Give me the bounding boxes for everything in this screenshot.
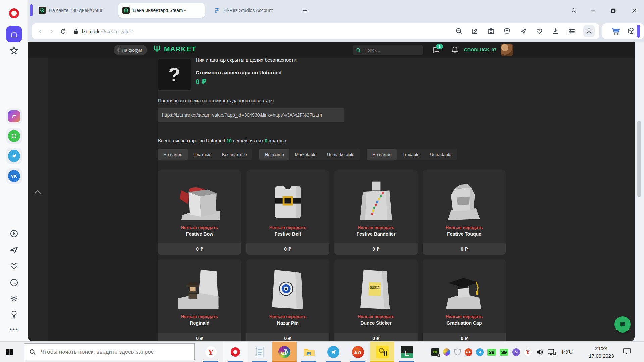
l-green-app-taskbar-icon[interactable]: L bbox=[394, 342, 419, 362]
scrollbar-thumb[interactable] bbox=[637, 121, 641, 197]
close-window-button[interactable] bbox=[630, 6, 639, 15]
my-flow-plane-icon[interactable] bbox=[9, 245, 19, 255]
back-icon[interactable]: ‹ bbox=[35, 27, 46, 36]
taskbar-search-input[interactable] bbox=[40, 348, 182, 356]
filter-untradable[interactable]: Untradable bbox=[425, 149, 457, 160]
windows-logo-icon bbox=[5, 348, 13, 356]
item-card-reginald[interactable]: Нельзя передать Reginald 0 ₽ bbox=[158, 259, 241, 341]
user-avatar[interactable] bbox=[501, 44, 513, 56]
chat-bubble-icon bbox=[619, 321, 626, 328]
profile-person-icon[interactable] bbox=[583, 25, 595, 37]
forward-icon[interactable]: › bbox=[46, 27, 57, 36]
tab-2-active[interactable]: Цена инвентаря Steam - bbox=[118, 3, 205, 18]
snapshot-camera-icon[interactable] bbox=[487, 27, 495, 36]
unread-badge-2[interactable]: 39 bbox=[500, 349, 508, 356]
reload-icon[interactable] bbox=[57, 28, 69, 35]
tab-1[interactable]: На сайте 130 дней/Untur bbox=[35, 3, 123, 18]
filter-paid[interactable]: Платные bbox=[188, 149, 217, 160]
yandex-browser-taskbar-icon[interactable]: Y bbox=[199, 342, 223, 362]
likes-heart-icon[interactable] bbox=[9, 261, 19, 271]
item-card-nazar-pin[interactable]: Нельзя передать Nazar Pin 0 ₽ bbox=[246, 259, 329, 341]
telegram-taskbar-icon[interactable] bbox=[321, 342, 345, 362]
permalink-input[interactable] bbox=[158, 108, 344, 122]
ea-app-taskbar-icon[interactable]: EA bbox=[345, 342, 370, 362]
item-card-festive-belt[interactable]: Нельзя передать Festive Belt 0 ₽ bbox=[246, 170, 329, 255]
minimize-button[interactable] bbox=[589, 6, 598, 15]
network-tray-icon[interactable] bbox=[547, 348, 556, 356]
viber-tray-icon[interactable] bbox=[512, 348, 520, 356]
yandex-tray-icon[interactable]: Y bbox=[524, 348, 532, 356]
filter-unmarketable[interactable]: Unmarketable bbox=[322, 149, 360, 160]
start-button[interactable] bbox=[5, 347, 14, 357]
restore-window-button[interactable] bbox=[609, 6, 618, 15]
messages-icon[interactable]: 1 bbox=[432, 46, 440, 54]
market-logo[interactable]: MARKET bbox=[153, 45, 196, 53]
item-card-festive-bandolier[interactable]: Нельзя передать Festive Bandolier 0 ₽ bbox=[334, 170, 418, 255]
whatsapp-icon[interactable] bbox=[6, 128, 22, 144]
market-search[interactable] bbox=[353, 45, 423, 55]
history-clock-icon[interactable] bbox=[9, 278, 19, 287]
notepad-taskbar-icon[interactable] bbox=[248, 342, 272, 362]
filter-any-marketable[interactable]: Не важно bbox=[259, 149, 289, 160]
filter-free[interactable]: Бесплатные bbox=[217, 149, 252, 160]
graphics-gem-tray-icon[interactable] bbox=[443, 348, 450, 356]
item-restriction: Нельзя передать bbox=[423, 314, 506, 319]
new-tab-button[interactable] bbox=[300, 6, 310, 15]
home-speed-dial-icon[interactable] bbox=[6, 26, 22, 42]
item-card-graduation-cap[interactable]: Нельзя передать Graduation Cap 0 ₽ bbox=[423, 259, 506, 341]
idea-bulb-icon[interactable] bbox=[10, 310, 18, 319]
item-card-festive-bow[interactable]: Нельзя передать Festive Bow 0 ₽ bbox=[158, 170, 241, 255]
zoom-out-icon[interactable] bbox=[454, 27, 463, 36]
vk-icon[interactable]: VK bbox=[6, 168, 22, 184]
item-price: 0 ₽ bbox=[334, 243, 418, 255]
aria-ai-icon[interactable] bbox=[6, 108, 22, 124]
tab-search-icon[interactable] bbox=[569, 6, 579, 15]
panel-toggle-indicator[interactable] bbox=[637, 25, 640, 38]
pi-yellow-app-taskbar-icon[interactable] bbox=[370, 342, 394, 362]
my-flow-plane-icon[interactable] bbox=[519, 27, 528, 36]
workspace-indicator[interactable] bbox=[30, 4, 33, 16]
favorites-heart-icon[interactable] bbox=[535, 27, 544, 36]
telegram-tray-icon[interactable] bbox=[476, 348, 484, 356]
downloads-icon[interactable] bbox=[551, 27, 560, 36]
support-chat-button[interactable] bbox=[614, 316, 631, 333]
action-center-icon[interactable] bbox=[623, 347, 631, 355]
unread-badge-1[interactable]: 39 bbox=[487, 349, 496, 356]
item-card-dunce-sticker[interactable]: dunce Нельзя передать Dunce Sticker 0 ₽ bbox=[334, 259, 418, 341]
taskbar-search[interactable] bbox=[24, 343, 195, 360]
file-explorer-taskbar-icon[interactable] bbox=[297, 342, 321, 362]
video-popout-icon[interactable] bbox=[9, 229, 19, 238]
language-indicator[interactable]: РУС bbox=[560, 349, 573, 355]
filter-any-paid[interactable]: Не важно bbox=[158, 149, 188, 160]
market-search-input[interactable] bbox=[364, 47, 412, 53]
more-dots-icon[interactable]: ••• bbox=[9, 326, 18, 334]
ea-tray-icon[interactable]: EA bbox=[465, 348, 472, 356]
filter-tradable[interactable]: Tradable bbox=[397, 149, 425, 160]
item-card-festive-touque[interactable]: Нельзя передать Festive Touque 0 ₽ bbox=[423, 170, 506, 255]
extensions-box-icon[interactable] bbox=[627, 27, 635, 35]
lock-icon[interactable] bbox=[73, 28, 78, 34]
easy-setup-sliders-icon[interactable] bbox=[567, 27, 576, 36]
back-to-forum-button[interactable]: На форум bbox=[114, 45, 147, 55]
pinboards-icon[interactable] bbox=[471, 27, 479, 36]
defender-shield-tray-icon[interactable] bbox=[454, 348, 461, 356]
opera-taskbar-icon[interactable] bbox=[223, 342, 248, 362]
address-bar[interactable]: ‹ › lzt.market/steam-value bbox=[32, 23, 599, 39]
nvidia-tray-icon[interactable] bbox=[431, 348, 439, 356]
tab-3[interactable]: Hi-Rez Studios Account bbox=[209, 3, 301, 18]
scroll-to-top-button[interactable] bbox=[33, 188, 43, 196]
opera-logo-icon[interactable] bbox=[9, 8, 19, 18]
cart-icon[interactable] bbox=[611, 27, 620, 35]
username[interactable]: GOODLUCK_07 bbox=[464, 47, 497, 52]
spiral-app-taskbar-icon[interactable] bbox=[272, 342, 297, 362]
filter-any-tradable[interactable]: Не важно bbox=[367, 149, 397, 160]
taskbar-clock[interactable]: 21:24 17.09.2023 bbox=[583, 344, 620, 360]
settings-gear-icon[interactable] bbox=[9, 294, 19, 303]
volume-tray-icon[interactable] bbox=[536, 348, 544, 356]
adblock-shield-icon[interactable] bbox=[503, 27, 512, 36]
item-price: 0 ₽ bbox=[423, 333, 506, 341]
filter-marketable[interactable]: Marketable bbox=[289, 149, 322, 160]
bookmarks-star-icon[interactable] bbox=[9, 46, 19, 56]
bell-icon[interactable] bbox=[451, 46, 459, 54]
telegram-icon[interactable] bbox=[6, 148, 22, 164]
